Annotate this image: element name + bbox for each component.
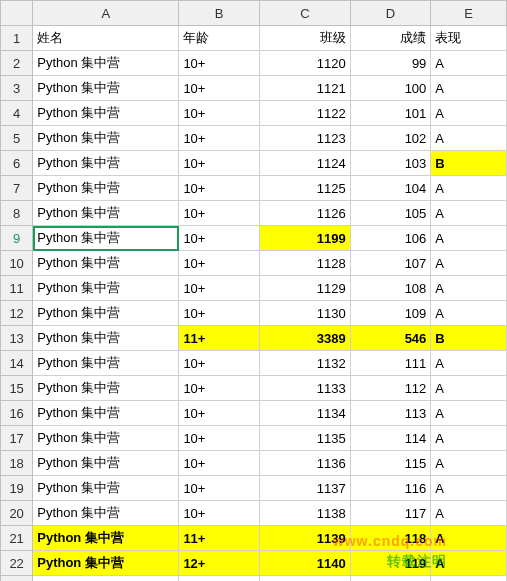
cell[interactable]: 99 bbox=[350, 51, 431, 76]
cell[interactable]: 1130 bbox=[260, 301, 351, 326]
cell[interactable] bbox=[33, 576, 179, 582]
cell[interactable]: 546 bbox=[350, 326, 431, 351]
row-header[interactable]: 13 bbox=[1, 326, 33, 351]
cell[interactable]: 1122 bbox=[260, 101, 351, 126]
cell[interactable]: Python 集中营 bbox=[33, 526, 179, 551]
cell[interactable]: 10+ bbox=[179, 251, 260, 276]
cell[interactable]: 1124 bbox=[260, 151, 351, 176]
col-header-A[interactable]: A bbox=[33, 1, 179, 26]
cell[interactable]: A bbox=[431, 126, 507, 151]
cell[interactable]: A bbox=[431, 76, 507, 101]
row-header[interactable]: 17 bbox=[1, 426, 33, 451]
col-header-E[interactable]: E bbox=[431, 1, 507, 26]
cell[interactable]: Python 集中营 bbox=[33, 51, 179, 76]
row-header[interactable]: 1 bbox=[1, 26, 33, 51]
cell[interactable]: 1199 bbox=[260, 226, 351, 251]
row-header[interactable]: 9 bbox=[1, 226, 33, 251]
row-header[interactable]: 18 bbox=[1, 451, 33, 476]
cell[interactable]: 103 bbox=[350, 151, 431, 176]
cell[interactable]: 1135 bbox=[260, 426, 351, 451]
cell[interactable]: 1129 bbox=[260, 276, 351, 301]
cell[interactable]: 1138 bbox=[260, 501, 351, 526]
cell[interactable]: Python 集中营 bbox=[33, 376, 179, 401]
cell[interactable]: 107 bbox=[350, 251, 431, 276]
cell[interactable]: 1136 bbox=[260, 451, 351, 476]
col-header-D[interactable]: D bbox=[350, 1, 431, 26]
cell[interactable]: Python 集中营 bbox=[33, 176, 179, 201]
row-header[interactable]: 23 bbox=[1, 576, 33, 582]
row-header[interactable]: 7 bbox=[1, 176, 33, 201]
cell[interactable]: Python 集中营 bbox=[33, 226, 179, 251]
cell[interactable]: Python 集中营 bbox=[33, 426, 179, 451]
row-header[interactable]: 8 bbox=[1, 201, 33, 226]
row-header[interactable]: 20 bbox=[1, 501, 33, 526]
cell[interactable]: Python 集中营 bbox=[33, 201, 179, 226]
cell[interactable]: Python 集中营 bbox=[33, 401, 179, 426]
cell[interactable] bbox=[260, 576, 351, 582]
cell[interactable]: 10+ bbox=[179, 51, 260, 76]
cell[interactable]: 12+ bbox=[179, 551, 260, 576]
cell[interactable]: A bbox=[431, 401, 507, 426]
select-all-corner[interactable] bbox=[1, 1, 33, 26]
cell[interactable]: 111 bbox=[350, 351, 431, 376]
row-header[interactable]: 14 bbox=[1, 351, 33, 376]
cell[interactable]: 1125 bbox=[260, 176, 351, 201]
cell[interactable] bbox=[350, 576, 431, 582]
row-header[interactable]: 3 bbox=[1, 76, 33, 101]
cell[interactable]: 1132 bbox=[260, 351, 351, 376]
cell[interactable]: 105 bbox=[350, 201, 431, 226]
row-header[interactable]: 15 bbox=[1, 376, 33, 401]
cell[interactable]: Python 集中营 bbox=[33, 76, 179, 101]
cell[interactable]: 1139 bbox=[260, 526, 351, 551]
cell[interactable]: Python 集中营 bbox=[33, 101, 179, 126]
cell[interactable]: 11+ bbox=[179, 326, 260, 351]
cell[interactable]: 3389 bbox=[260, 326, 351, 351]
cell[interactable]: 10+ bbox=[179, 151, 260, 176]
cell[interactable]: 1134 bbox=[260, 401, 351, 426]
cell[interactable]: A bbox=[431, 551, 507, 576]
cell[interactable]: 106 bbox=[350, 226, 431, 251]
cell[interactable]: 10+ bbox=[179, 451, 260, 476]
cell[interactable]: 10+ bbox=[179, 126, 260, 151]
cell[interactable]: 1137 bbox=[260, 476, 351, 501]
cell[interactable]: 118 bbox=[350, 526, 431, 551]
cell[interactable]: 班级 bbox=[260, 26, 351, 51]
cell[interactable]: Python 集中营 bbox=[33, 326, 179, 351]
cell[interactable]: 10+ bbox=[179, 226, 260, 251]
row-header[interactable]: 11 bbox=[1, 276, 33, 301]
cell[interactable]: 115 bbox=[350, 451, 431, 476]
cell[interactable]: 1126 bbox=[260, 201, 351, 226]
cell[interactable]: 10+ bbox=[179, 351, 260, 376]
row-header[interactable]: 22 bbox=[1, 551, 33, 576]
cell[interactable]: A bbox=[431, 301, 507, 326]
cell[interactable]: A bbox=[431, 526, 507, 551]
cell[interactable]: Python 集中营 bbox=[33, 301, 179, 326]
spreadsheet-table[interactable]: A B C D E 1 姓名 年龄 班级 成绩 表现 2Python 集中营10… bbox=[0, 0, 507, 581]
cell[interactable]: Python 集中营 bbox=[33, 126, 179, 151]
cell[interactable]: 10+ bbox=[179, 276, 260, 301]
cell[interactable]: 10+ bbox=[179, 376, 260, 401]
cell[interactable]: 10+ bbox=[179, 426, 260, 451]
cell[interactable]: 100 bbox=[350, 76, 431, 101]
cell[interactable]: A bbox=[431, 476, 507, 501]
cell[interactable]: Python 集中营 bbox=[33, 276, 179, 301]
cell[interactable]: Python 集中营 bbox=[33, 451, 179, 476]
cell[interactable]: 11+ bbox=[179, 526, 260, 551]
cell[interactable]: Python 集中营 bbox=[33, 251, 179, 276]
cell[interactable] bbox=[431, 576, 507, 582]
cell[interactable]: A bbox=[431, 101, 507, 126]
cell[interactable] bbox=[179, 576, 260, 582]
cell[interactable]: 10+ bbox=[179, 476, 260, 501]
cell[interactable]: A bbox=[431, 226, 507, 251]
cell[interactable]: 10+ bbox=[179, 501, 260, 526]
cell[interactable]: Python 集中营 bbox=[33, 351, 179, 376]
cell[interactable]: Python 集中营 bbox=[33, 501, 179, 526]
cell[interactable]: A bbox=[431, 176, 507, 201]
cell[interactable]: Python 集中营 bbox=[33, 476, 179, 501]
cell[interactable]: 1123 bbox=[260, 126, 351, 151]
cell[interactable]: 109 bbox=[350, 301, 431, 326]
cell[interactable]: 10+ bbox=[179, 401, 260, 426]
cell[interactable]: 10+ bbox=[179, 176, 260, 201]
cell[interactable]: 108 bbox=[350, 276, 431, 301]
cell[interactable]: A bbox=[431, 501, 507, 526]
